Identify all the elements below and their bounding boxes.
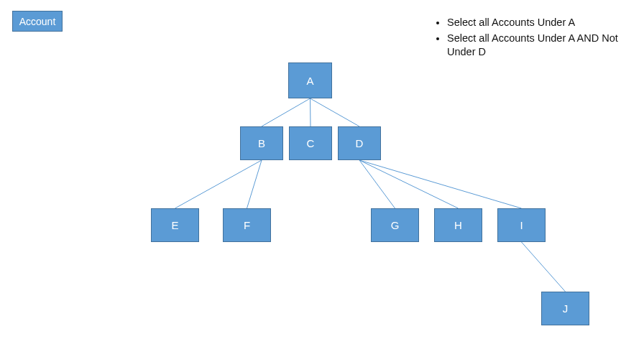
svg-line-3 — [175, 160, 262, 208]
notes-panel: Select all Accounts Under A Select all A… — [431, 16, 644, 61]
svg-line-4 — [247, 160, 262, 208]
tree-node-i: I — [497, 208, 546, 242]
svg-line-7 — [359, 160, 522, 208]
notes-item: Select all Accounts Under A — [447, 16, 644, 30]
tree-node-g: G — [371, 208, 419, 242]
tree-node-h: H — [434, 208, 482, 242]
svg-line-6 — [359, 160, 459, 208]
tree-node-j: J — [541, 292, 589, 325]
svg-line-2 — [310, 98, 360, 126]
svg-line-8 — [522, 242, 566, 292]
notes-item: Select all Accounts Under A AND Not Unde… — [447, 32, 644, 60]
svg-line-0 — [262, 98, 310, 126]
tree-node-f: F — [223, 208, 271, 242]
tree-node-b: B — [240, 126, 283, 160]
tree-node-c: C — [289, 126, 332, 160]
notes-list: Select all Accounts Under A Select all A… — [431, 16, 644, 60]
svg-line-1 — [310, 98, 311, 126]
tree-node-e: E — [151, 208, 199, 242]
tree-node-a: A — [288, 62, 332, 98]
tree-node-d: D — [338, 126, 381, 160]
account-header-box: Account — [12, 11, 63, 32]
svg-line-5 — [359, 160, 395, 208]
